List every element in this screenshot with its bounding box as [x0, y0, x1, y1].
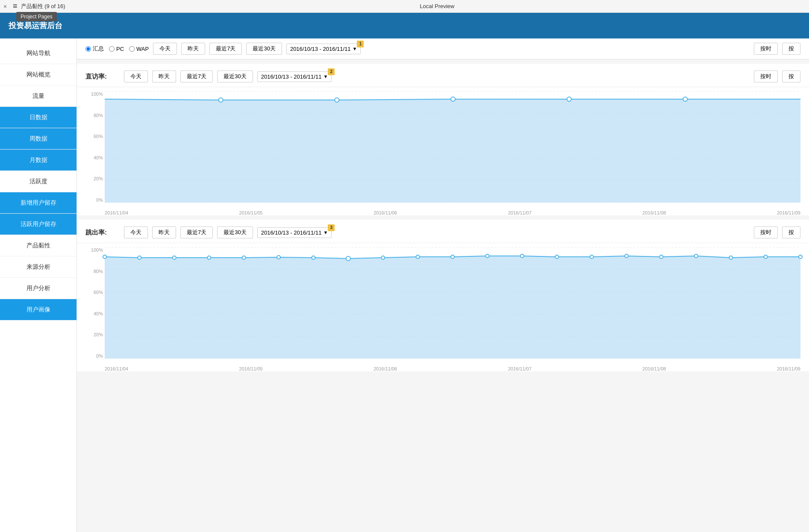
window-title: Local Preview: [69, 3, 806, 9]
sidebar: 网站导航 网站概览 流量 日数据 周数据 月数据 活跃度 新增用户留存 活跃用户…: [0, 38, 77, 532]
app-header: 投资易运营后台: [0, 13, 809, 38]
chart1-wrapper: 100% 80% 60% 40% 20% 0%: [77, 87, 809, 215]
btn-today-top[interactable]: 今天: [153, 43, 177, 55]
svg-point-36: [694, 254, 698, 258]
chart1-chevron-down-icon: ▼: [323, 74, 328, 79]
sidebar-item-new-user-retention[interactable]: 新增用户留存: [0, 192, 76, 214]
svg-point-27: [381, 256, 385, 259]
sidebar-item-activity[interactable]: 活跃度: [0, 171, 76, 192]
chart2-wrapper: 100% 80% 60% 40% 20% 0%: [77, 243, 809, 371]
top-filter-bar: 汇总 PC WAP 今天 昨天 最近7天 最近30天 2016/10/13 - …: [77, 38, 809, 59]
svg-point-10: [567, 97, 571, 101]
chart2-btn-yesterday[interactable]: 昨天: [152, 226, 176, 238]
svg-point-22: [207, 256, 211, 259]
chart2-date-range-text: 2016/10/13 - 2016/11/11: [261, 229, 322, 236]
svg-point-39: [799, 255, 802, 259]
svg-point-31: [521, 254, 524, 258]
chart2-btn-7days[interactable]: 最近7天: [180, 226, 213, 238]
content-area: 汇总 PC WAP 今天 昨天 最近7天 最近30天 2016/10/13 - …: [77, 38, 809, 532]
sidebar-item-traffic[interactable]: 流量: [0, 85, 76, 107]
sidebar-item-user-portrait[interactable]: 用户画像: [0, 299, 76, 320]
chart1-x-labels: 2016/11/04 2016/11/05 2016/11/06 2016/11…: [105, 203, 800, 215]
date-range-top-text: 2016/10/13 - 2016/11/11: [290, 46, 351, 52]
svg-marker-18: [105, 256, 800, 359]
svg-marker-6: [105, 99, 800, 203]
svg-point-7: [219, 98, 223, 102]
svg-point-35: [659, 255, 663, 259]
sidebar-item-product-stickiness[interactable]: 产品黏性: [0, 235, 76, 256]
chart2-btn-per-time[interactable]: 按时: [754, 226, 778, 238]
chart1-title: 直访率:: [85, 73, 120, 81]
svg-point-29: [451, 255, 454, 259]
btn-30days-top[interactable]: 最近30天: [246, 43, 282, 55]
badge-top: 1: [357, 41, 364, 47]
date-range-top[interactable]: 2016/10/13 - 2016/11/11 ▼ 1: [286, 44, 361, 54]
chart2-title: 跳出率:: [85, 229, 120, 237]
chart2-y-labels: 100% 80% 60% 40% 20% 0%: [85, 247, 105, 359]
close-icon[interactable]: ×: [3, 3, 9, 9]
chart2-svg: [105, 247, 800, 359]
chart1-area: 100% 80% 60% 40% 20% 0%: [85, 91, 800, 215]
radio-wap[interactable]: WAP: [129, 46, 149, 52]
chart1-btn-7days[interactable]: 最近7天: [180, 71, 213, 82]
chart1-btn-per-day[interactable]: 按: [782, 71, 800, 82]
svg-point-32: [555, 255, 559, 259]
tooltip: Project Pages: [16, 12, 57, 21]
app-title: 投资易运营后台: [9, 21, 62, 31]
chart-bounce-rate: 跳出率: 今天 昨天 最近7天 最近30天 2016/10/13 - 2016/…: [77, 220, 809, 371]
chart1-btn-per-time[interactable]: 按时: [754, 71, 778, 82]
chart1-date-range[interactable]: 2016/10/13 - 2016/11/11 ▼ 2: [257, 71, 332, 82]
sidebar-item-active-user-retention[interactable]: 活跃用户留存: [0, 214, 76, 235]
main-layout: 网站导航 网站概览 流量 日数据 周数据 月数据 活跃度 新增用户留存 活跃用户…: [0, 38, 809, 532]
svg-point-26: [346, 256, 350, 261]
svg-point-20: [138, 256, 141, 259]
chart1-date-range-text: 2016/10/13 - 2016/11/11: [261, 73, 322, 80]
title-bar: × ≡ 产品黏性 (9 of 16) Local Preview: [0, 0, 809, 13]
chart1-inner: [105, 91, 800, 203]
menu-icon[interactable]: ≡: [13, 2, 18, 11]
svg-point-11: [683, 97, 687, 101]
svg-point-25: [312, 256, 315, 259]
svg-point-21: [173, 256, 176, 259]
sidebar-item-daily-data[interactable]: 日数据: [0, 107, 76, 128]
radio-pc[interactable]: PC: [109, 46, 124, 52]
svg-point-28: [416, 255, 420, 259]
chevron-down-icon-top: ▼: [353, 46, 357, 51]
svg-point-37: [729, 256, 733, 259]
chart1-btn-yesterday[interactable]: 昨天: [152, 71, 176, 82]
sidebar-item-user-analysis[interactable]: 用户分析: [0, 278, 76, 299]
sidebar-item-source-analysis[interactable]: 来源分析: [0, 256, 76, 278]
svg-point-24: [277, 256, 280, 259]
btn-per-time-top[interactable]: 按时: [754, 43, 778, 55]
sidebar-item-website-overview[interactable]: 网站概览: [0, 64, 76, 85]
chart1-btn-today[interactable]: 今天: [124, 71, 148, 82]
chart2-area: 100% 80% 60% 40% 20% 0%: [85, 247, 800, 371]
chart1-svg: [105, 91, 800, 203]
chart2-header: 跳出率: 今天 昨天 最近7天 最近30天 2016/10/13 - 2016/…: [77, 226, 809, 243]
chart2-btn-today[interactable]: 今天: [124, 226, 148, 238]
radio-all[interactable]: 汇总: [85, 45, 104, 53]
btn-7days-top[interactable]: 最近7天: [209, 43, 242, 55]
chart2-btn-30days[interactable]: 最近30天: [217, 226, 253, 238]
chart1-badge: 2: [328, 68, 335, 75]
btn-per-day-top[interactable]: 按: [782, 43, 800, 55]
btn-yesterday-top[interactable]: 昨天: [181, 43, 205, 55]
svg-point-30: [485, 254, 489, 258]
svg-point-23: [242, 256, 246, 259]
chart2-btn-per-day[interactable]: 按: [782, 226, 800, 238]
radio-group: 汇总 PC WAP: [85, 45, 149, 53]
sidebar-item-monthly-data[interactable]: 月数据: [0, 150, 76, 171]
chart1-btn-30days[interactable]: 最近30天: [217, 71, 253, 82]
chart-direct-visit: 直访率: 今天 昨天 最近7天 最近30天 2016/10/13 - 2016/…: [77, 64, 809, 215]
svg-point-34: [625, 254, 628, 258]
sidebar-item-weekly-data[interactable]: 周数据: [0, 128, 76, 150]
svg-point-19: [103, 255, 106, 259]
chart2-badge: 3: [328, 224, 335, 231]
chart2-chevron-down-icon: ▼: [323, 230, 328, 235]
chart2-date-range[interactable]: 2016/10/13 - 2016/11/11 ▼ 3: [257, 227, 332, 238]
svg-point-9: [451, 97, 455, 101]
chart1-header: 直访率: 今天 昨天 最近7天 最近30天 2016/10/13 - 2016/…: [77, 71, 809, 87]
sidebar-item-website-nav[interactable]: 网站导航: [0, 43, 76, 64]
chart2-inner: [105, 247, 800, 359]
chart2-x-labels: 2016/11/04 2016/11/05 2016/11/06 2016/11…: [105, 359, 800, 371]
